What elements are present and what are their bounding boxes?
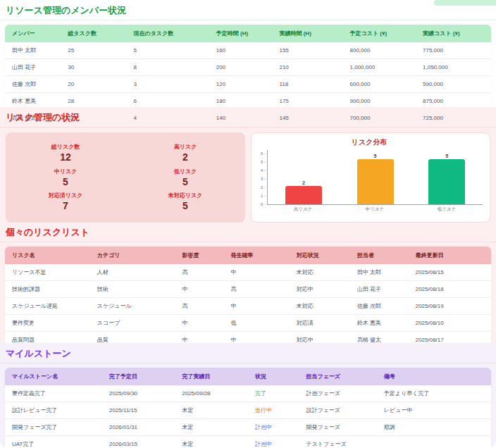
table-cell: 田中 太郎 [5,42,61,59]
column-header: 現在のタスク数 [126,25,209,42]
bar-slot: 2 [268,150,340,204]
table-cell: 30 [61,59,126,76]
table-cell: 2025/09/28 [175,385,249,402]
column-header: 完了予定日 [102,368,175,385]
table-cell: 120 [209,76,273,93]
table-cell: 鈴木 恵美 [350,315,409,332]
table-cell: 2026/03/15 [102,436,175,448]
table-cell: 1,000,000 [343,59,416,76]
table-row: 田中 太郎255160155800,000775,000 [5,42,491,59]
risk-bar-chart: 6 -5 -4 -3 -2 -1 -0 - 255 高リスク中リスク低リスク [256,150,483,215]
table-cell: 2025/08/19 [409,298,491,315]
divider [0,20,496,20]
table-cell: 高 [175,298,224,315]
table-header-row: リスク名カテゴリ影響度発生確率対応状況担当者最終更新日 [5,247,491,264]
table-row: 設計レビュー完了2025/11/15未定進行中設計フェーズレビュー中 [5,402,491,419]
column-header: 完了実績日 [175,368,249,385]
table-row: 要件定義完了2025/09/302025/09/28完了計画フェーズ予定より早く… [5,385,491,402]
risk-stat: 未対応リスク5 [125,192,245,212]
table-cell: 600,000 [343,76,416,93]
table-cell: 技術的課題 [5,281,90,298]
section-milestones: マイルストーン マイルストーン名完了予定日完了実績日状況担当フェーズ備考要件定義… [0,343,496,445]
section-resources: リソース管理のメンバー状況 メンバー総タスク数現在のタスク数予定時間 (H)実績… [0,0,496,107]
table-cell: 800,000 [343,42,416,59]
table-row: 開発フェーズ完了2026/01/31未定計画中開発フェーズ順調 [5,419,491,436]
table-cell: レビュー中 [377,402,491,419]
column-header: 実績コスト (¥) [416,25,491,42]
column-header: 予定時間 (H) [209,25,273,42]
column-header: 対応状況 [290,247,350,264]
stat-value: 7 [6,200,125,212]
table-cell: スケジュール遅延 [5,298,90,315]
table-cell: 中 [175,315,224,332]
stat-label: 未対応リスク [125,192,245,199]
table-cell: 計画中 [248,436,299,448]
x-tick-label: 低リスク [411,206,483,213]
top-right-decoration [434,0,496,6]
bar-slot: 5 [340,150,411,204]
y-tick-label: 3 - [261,177,266,181]
risk-stat: 対応済リスク7 [6,192,125,212]
table-row: スケジュール遅延スケジュール高中未対応佐藤 次郎2025/08/19 [5,298,491,315]
table-cell: 160 [209,42,273,59]
table-row: UAT完了2026/03/15未定計画中テストフェーズ [5,436,491,448]
risk-section-title: リスク管理の状況 [0,107,496,127]
stat-label: 高リスク [125,143,245,151]
y-tick-label: 0 - [261,202,266,206]
table-cell: UAT完了 [5,436,102,448]
table-row: リソース不足人材高中未対応田中 太郎2025/08/15 [5,264,491,281]
stat-value: 12 [6,151,125,163]
column-header: 最終更新日 [409,247,491,264]
table-cell: 2025/09/30 [102,385,175,402]
table-cell: 山田 花子 [350,281,409,298]
table-cell: 中 [224,298,290,315]
bar-value-label: 5 [374,154,377,158]
table-cell: 118 [272,76,342,93]
bar-value-label: 2 [302,180,305,185]
column-header: 総タスク数 [61,25,126,42]
chart-plot-area: 255 [267,150,483,205]
table-cell: 開発フェーズ [299,419,376,436]
y-tick-label: 2 - [261,185,266,189]
bar-低リスク [428,159,465,204]
table-cell: 予定より早く完了 [377,385,491,402]
chart-title: リスク分布 [256,137,483,147]
chart-x-labels: 高リスク中リスク低リスク [267,206,483,213]
table-cell: 高 [175,264,224,281]
table-cell: 順調 [377,419,491,436]
table-cell: 人材 [90,264,175,281]
table-row: 要件変更スコープ中低対応済鈴木 恵美2025/08/10 [5,315,491,332]
table-cell: 設計フェーズ [299,402,376,419]
table-cell: 未定 [175,436,249,448]
column-header: カテゴリ [90,247,175,264]
x-tick-label: 高リスク [267,206,339,213]
table-header-row: メンバー総タスク数現在のタスク数予定時間 (H)実績時間 (H)予定コスト (¥… [5,25,491,42]
column-header: 実績時間 (H) [272,25,342,42]
stat-value: 5 [125,176,245,188]
table-cell: 田中 太郎 [350,264,409,281]
table-cell: 未対応 [290,298,350,315]
table-cell: 対応中 [290,281,350,298]
table-cell: 計画フェーズ [299,385,376,402]
column-header: 状況 [248,368,299,385]
bar-高リスク [285,186,322,204]
table-cell: 2025/08/15 [409,264,491,281]
y-tick-label: 5 - [261,160,266,164]
table-cell: 要件定義完了 [5,385,102,402]
table-cell: 210 [272,59,342,76]
chart-y-axis: 6 -5 -4 -3 -2 -1 -0 - [256,150,267,205]
table-cell: 200 [209,59,273,76]
table-header-row: マイルストーン名完了予定日完了実績日状況担当フェーズ備考 [5,368,491,385]
column-header: 発生確率 [224,247,290,264]
x-tick-label: 中リスク [339,206,411,213]
table-cell: 中 [175,281,224,298]
risk-stat: 低リスク5 [125,168,245,188]
risk-list-section-title: 個々のリスクリスト [0,222,496,242]
table-cell: 2025/08/18 [409,281,491,298]
table-cell: 20 [61,76,126,93]
column-header: 担当者 [350,247,409,264]
table-cell: 高 [224,281,290,298]
table-cell: 155 [272,42,342,59]
risk-stats-panel: 総リスク数12高リスク2中リスク5低リスク5対応済リスク7未対応リスク5 [6,132,245,223]
bar-value-label: 5 [445,154,448,158]
